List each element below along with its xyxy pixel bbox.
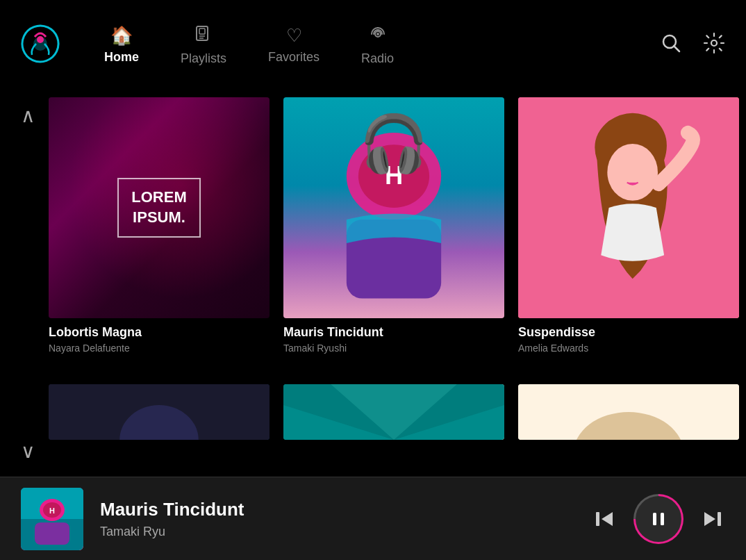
search-button[interactable] <box>660 32 682 59</box>
lorem-text: LOREMIPSUM. <box>131 188 186 227</box>
player-bar: H Mauris Tincidunt Tamaki Ryu <box>0 477 746 560</box>
nav-items: 🏠 Home Playlists ♡ Favorites <box>104 25 660 66</box>
radio-icon <box>369 25 387 46</box>
svg-rect-31 <box>35 522 69 545</box>
svg-text:H: H <box>385 161 403 190</box>
nav-label-radio: Radio <box>361 51 394 66</box>
svg-point-18 <box>607 144 658 201</box>
scroll-up-arrow[interactable]: ∧ <box>21 104 35 127</box>
nav-item-home[interactable]: 🏠 Home <box>104 26 139 65</box>
card-partial-3-art <box>518 384 739 440</box>
card-mauris[interactable]: H Mauris Tincidunt Tamaki Ryushi <box>283 97 504 384</box>
scroll-down-arrow[interactable]: ∨ <box>21 440 35 463</box>
card-lobortis[interactable]: LOREMIPSUM. Lobortis Magna Nayara Delafu… <box>49 97 270 384</box>
player-track-title: Mauris Tincidunt <box>100 499 592 520</box>
svg-point-2 <box>37 36 44 43</box>
svg-rect-37 <box>718 512 721 526</box>
art-dark1 <box>49 384 270 440</box>
svg-rect-35 <box>661 513 664 525</box>
art-mauris: H <box>283 97 504 318</box>
art-teal <box>283 384 504 440</box>
nav-actions <box>660 32 725 59</box>
card-suspendisse-title: Suspendisse <box>518 325 739 340</box>
scroll-arrows: ∧ ∨ <box>7 90 49 477</box>
favorites-icon: ♡ <box>286 26 302 44</box>
player-track-artist: Tamaki Ryu <box>100 525 592 539</box>
lorem-text-box: LOREMIPSUM. <box>117 178 200 237</box>
svg-rect-34 <box>653 513 656 525</box>
pause-button[interactable] <box>633 494 683 544</box>
card-suspendisse-art <box>518 97 739 318</box>
card-mauris-title: Mauris Tincidunt <box>283 325 504 340</box>
card-lobortis-subtitle: Nayara Delafuente <box>49 343 270 354</box>
card-lobortis-art: LOREMIPSUM. <box>49 97 270 318</box>
card-suspendisse-subtitle: Amelia Edwards <box>518 343 739 354</box>
card-partial-1[interactable] <box>49 384 270 470</box>
card-partial-3[interactable] <box>518 384 739 470</box>
card-mauris-art: H <box>283 97 504 318</box>
playlists-icon <box>194 25 213 46</box>
card-partial-2[interactable] <box>283 384 504 470</box>
nav-label-favorites: Favorites <box>268 50 320 65</box>
svg-text:H: H <box>49 507 55 515</box>
art-suspendisse <box>518 97 739 318</box>
nav-label-playlists: Playlists <box>181 51 226 66</box>
svg-rect-4 <box>199 28 205 34</box>
card-mauris-subtitle: Tamaki Ryushi <box>283 343 504 354</box>
nav-item-favorites[interactable]: ♡ Favorites <box>268 26 320 65</box>
svg-marker-32 <box>602 512 613 526</box>
svg-rect-33 <box>596 512 599 526</box>
app-logo[interactable] <box>21 24 63 66</box>
svg-line-10 <box>674 46 679 51</box>
music-grid: LOREMIPSUM. Lobortis Magna Nayara Delafu… <box>49 90 739 477</box>
main-content: ∧ ∨ LOREMIPSUM. Lobortis Magna Nayara De… <box>0 90 746 477</box>
card-lobortis-title: Lobortis Magna <box>49 325 270 340</box>
svg-marker-36 <box>704 512 715 526</box>
art-beige <box>518 384 739 440</box>
prev-button[interactable] <box>592 507 617 532</box>
svg-point-11 <box>711 40 717 46</box>
nav-item-radio[interactable]: Radio <box>361 25 394 66</box>
nav-item-playlists[interactable]: Playlists <box>181 25 226 66</box>
art-lorem: LOREMIPSUM. <box>49 97 270 318</box>
next-button[interactable] <box>700 507 725 532</box>
navbar: 🏠 Home Playlists ♡ Favorites <box>0 0 746 90</box>
player-controls <box>592 494 725 544</box>
player-info: Mauris Tincidunt Tamaki Ryu <box>100 499 592 539</box>
nav-label-home: Home <box>104 50 139 65</box>
settings-button[interactable] <box>703 32 725 59</box>
card-partial-1-art <box>49 384 270 440</box>
card-partial-2-art <box>283 384 504 440</box>
svg-point-8 <box>376 33 379 35</box>
card-suspendisse[interactable]: Suspendisse Amelia Edwards <box>518 97 739 384</box>
svg-point-13 <box>358 145 429 208</box>
player-thumbnail: H <box>21 488 83 550</box>
home-icon: 🏠 <box>110 26 133 44</box>
